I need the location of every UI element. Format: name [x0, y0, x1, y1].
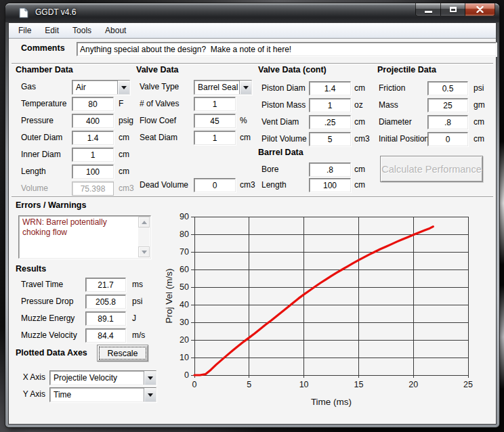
piston-diam-label: Piston Diam [261, 81, 306, 95]
muzzle-velocity-input[interactable] [85, 328, 126, 343]
calculate-performance-button[interactable]: Calculate Performance [380, 156, 483, 182]
valve-data-header: Valve Data [136, 65, 179, 74]
vent-diam-label: Vent Diam [261, 115, 299, 129]
seat-diam-label: Seat Diam [140, 131, 177, 145]
svg-text:30: 30 [180, 318, 189, 327]
pressure-label: Pressure [21, 114, 54, 128]
close-button[interactable] [465, 3, 495, 16]
menu-edit[interactable]: Edit [38, 23, 66, 38]
plotted-data-axes-header: Plotted Data Axes [16, 348, 87, 358]
flow-coef-label: Flow Coef [140, 114, 176, 128]
piston-diam-input[interactable] [309, 81, 351, 95]
bore-label: Bore [261, 163, 278, 177]
piston-mass-label: Piston Mass [261, 98, 306, 112]
valve-type-value: Barrel Seal [194, 81, 239, 94]
menu-bar: File Edit Tools About [9, 23, 496, 39]
piston-diam-unit: cm [354, 81, 365, 95]
num-valves-input[interactable] [194, 97, 236, 111]
warnings-scrollbar[interactable] [138, 217, 150, 257]
piston-mass-input[interactable] [309, 98, 351, 112]
svg-text:0: 0 [192, 380, 197, 389]
close-icon [476, 6, 484, 13]
chevron-down-icon [117, 81, 129, 94]
barrel-length-input[interactable] [309, 178, 351, 192]
window-title: GGDT v4.6 [35, 7, 76, 17]
muzzle-velocity-label: Muzzle Velocity [21, 328, 77, 343]
proj-mass-input[interactable] [427, 98, 468, 112]
pressure-drop-label: Pressure Drop [21, 295, 73, 309]
svg-text:25: 25 [463, 380, 473, 389]
pilot-volume-input[interactable] [309, 132, 351, 146]
dead-volume-label: Dead Volume [140, 178, 188, 192]
menu-file[interactable]: File [12, 23, 38, 38]
performance-chart: 05101520250102030405060708090Time (ms)Pr… [163, 198, 497, 421]
barrel-length-unit: cm [354, 178, 365, 192]
maximize-icon [450, 7, 457, 12]
svg-text:20: 20 [180, 335, 189, 345]
temperature-input[interactable] [72, 97, 114, 111]
inner-diam-input[interactable] [72, 148, 114, 162]
outer-diam-input[interactable] [72, 131, 114, 145]
window-controls [415, 3, 495, 16]
svg-text:70: 70 [180, 247, 189, 257]
travel-time-label: Travel Time [21, 278, 63, 292]
proj-diameter-label: Diameter [379, 115, 412, 129]
minimize-button[interactable] [415, 3, 440, 16]
bore-input[interactable] [309, 163, 351, 177]
svg-text:Time (ms): Time (ms) [311, 397, 352, 407]
menu-about[interactable]: About [98, 23, 133, 38]
svg-text:60: 60 [180, 265, 189, 274]
muzzle-energy-unit: J [132, 311, 136, 326]
y-axis-select[interactable]: Time [49, 387, 156, 402]
svg-text:10: 10 [299, 380, 309, 389]
gas-value: Air [72, 81, 117, 94]
x-axis-select[interactable]: Projectile Velocity [49, 370, 156, 385]
main-form: Comments Chamber Data Valve Data Valve D… [9, 39, 496, 424]
friction-unit: psi [474, 81, 484, 95]
temperature-label: Temperature [21, 97, 66, 111]
proj-diameter-input[interactable] [427, 115, 468, 129]
barrel-data-header: Barrel Data [258, 148, 303, 157]
pressure-drop-input[interactable] [85, 295, 126, 309]
valve-type-select[interactable]: Barrel Seal [194, 80, 252, 95]
volume-input [72, 181, 114, 196]
errors-warnings-box[interactable]: WRN: Barrel potentially choking flow [18, 215, 151, 259]
vent-diam-unit: cm [354, 115, 365, 129]
rescale-button[interactable]: Rescale [97, 345, 148, 362]
friction-label: Friction [379, 81, 405, 95]
scroll-down-icon[interactable] [138, 246, 150, 257]
valve-data-cont-header: Valve Data (cont) [258, 65, 327, 74]
barrel-length-label: Length [261, 178, 287, 192]
chamber-data-header: Chamber Data [16, 65, 73, 74]
seat-diam-unit: cm [240, 131, 251, 145]
svg-text:40: 40 [180, 300, 189, 309]
friction-input[interactable] [427, 81, 468, 95]
title-bar[interactable]: GGDT v4.6 [5, 3, 499, 22]
seat-diam-input[interactable] [194, 131, 236, 145]
chamber-length-unit: cm [119, 165, 129, 179]
chamber-length-input[interactable] [72, 165, 114, 179]
results-header: Results [16, 264, 46, 274]
vent-diam-input[interactable] [309, 115, 351, 129]
maximize-button[interactable] [440, 3, 465, 16]
svg-text:90: 90 [180, 212, 189, 221]
initial-position-input[interactable] [427, 132, 468, 146]
svg-text:20: 20 [408, 380, 418, 389]
scroll-up-icon[interactable] [138, 217, 150, 228]
menu-tools[interactable]: Tools [66, 23, 98, 38]
pilot-volume-label: Pilot Volume [261, 132, 307, 146]
gas-select[interactable]: Air [72, 80, 130, 95]
muzzle-energy-input[interactable] [85, 311, 126, 326]
flow-coef-input[interactable] [194, 114, 236, 128]
dead-volume-input[interactable] [194, 178, 236, 192]
piston-mass-unit: oz [354, 98, 363, 112]
proj-mass-label: Mass [379, 98, 398, 112]
travel-time-input[interactable] [85, 278, 126, 292]
app-window: GGDT v4.6 File Edit Tools About Comments… [5, 3, 499, 427]
svg-text:15: 15 [354, 380, 363, 389]
y-axis-label: Y Axis [18, 387, 45, 402]
pilot-volume-unit: cm3 [354, 132, 370, 146]
comments-input[interactable] [77, 42, 497, 56]
valve-type-label: Valve Type [140, 80, 179, 94]
pressure-input[interactable] [72, 114, 114, 128]
